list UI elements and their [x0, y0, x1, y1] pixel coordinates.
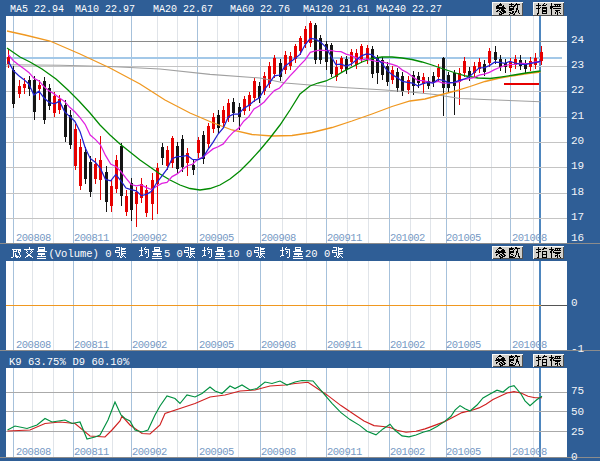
- svg-text:200908: 200908: [261, 232, 296, 244]
- svg-text:18: 18: [571, 186, 584, 198]
- svg-text:200902: 200902: [132, 339, 167, 351]
- svg-text:20 0: 20 0: [305, 248, 330, 260]
- svg-text:19: 19: [571, 160, 584, 172]
- svg-text:201005: 201005: [446, 339, 481, 351]
- svg-text:50: 50: [571, 406, 584, 418]
- svg-text:MA240 22.27: MA240 22.27: [376, 4, 442, 15]
- svg-text:200811: 200811: [74, 232, 109, 244]
- svg-text:0: 0: [571, 451, 578, 461]
- svg-text:200811: 200811: [74, 339, 109, 351]
- svg-text:201002: 201002: [390, 446, 425, 458]
- svg-text:25: 25: [571, 426, 584, 438]
- svg-text:201005: 201005: [446, 232, 481, 244]
- svg-text:200911: 200911: [327, 339, 362, 351]
- svg-text:200905: 200905: [199, 339, 234, 351]
- svg-text:10 0: 10 0: [227, 248, 252, 260]
- svg-text:200908: 200908: [261, 339, 296, 351]
- svg-text:K9 63.75%: K9 63.75%: [9, 356, 66, 368]
- svg-text:200911: 200911: [327, 446, 362, 458]
- svg-text:24: 24: [571, 34, 585, 46]
- svg-text:MA10 22.97: MA10 22.97: [75, 4, 135, 15]
- svg-text:200905: 200905: [199, 446, 234, 458]
- svg-text:20: 20: [571, 135, 584, 147]
- svg-text:MA5 22.94: MA5 22.94: [10, 4, 64, 15]
- svg-text:75: 75: [571, 385, 584, 397]
- svg-text:200902: 200902: [132, 446, 167, 458]
- svg-text:200808: 200808: [16, 339, 51, 351]
- svg-text:(Volume) 0: (Volume) 0: [49, 248, 112, 260]
- svg-text:16: 16: [571, 232, 584, 244]
- svg-text:200808: 200808: [16, 232, 51, 244]
- svg-text:MA60 22.76: MA60 22.76: [230, 4, 290, 15]
- svg-text:200811: 200811: [74, 446, 109, 458]
- svg-text:201002: 201002: [390, 339, 425, 351]
- svg-text:201002: 201002: [390, 232, 425, 244]
- svg-text:17: 17: [571, 211, 584, 223]
- svg-text:-1: -1: [571, 343, 585, 355]
- svg-text:200902: 200902: [132, 232, 167, 244]
- svg-text:D9 60.10%: D9 60.10%: [73, 356, 130, 368]
- svg-text:201008: 201008: [512, 232, 547, 244]
- svg-text:201008: 201008: [512, 339, 547, 351]
- svg-text:MA20 22.67: MA20 22.67: [153, 4, 213, 15]
- svg-text:22: 22: [571, 84, 584, 96]
- svg-text:5 0: 5 0: [164, 248, 183, 260]
- svg-text:201008: 201008: [512, 446, 547, 458]
- svg-text:200911: 200911: [327, 232, 362, 244]
- svg-text:MA120 21.61: MA120 21.61: [303, 4, 369, 15]
- svg-text:23: 23: [571, 59, 584, 71]
- svg-text:201005: 201005: [446, 446, 481, 458]
- svg-text:200905: 200905: [199, 232, 234, 244]
- svg-text:200808: 200808: [16, 446, 51, 458]
- svg-text:200908: 200908: [261, 446, 296, 458]
- svg-text:21: 21: [571, 110, 585, 122]
- svg-text:0: 0: [571, 297, 578, 309]
